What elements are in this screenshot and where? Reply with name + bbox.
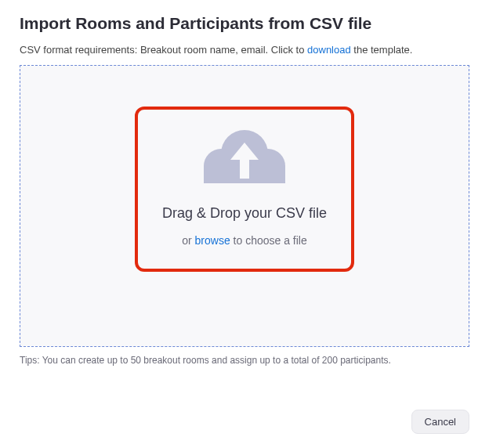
format-requirements-text: CSV format requirements: Breakout room n… xyxy=(20,44,469,56)
subtitle-suffix: the template. xyxy=(351,44,413,56)
import-csv-dialog: Import Rooms and Participants from CSV f… xyxy=(0,0,489,375)
subtitle-prefix: CSV format requirements: Breakout room n… xyxy=(20,44,307,56)
cancel-button[interactable]: Cancel xyxy=(411,410,469,434)
dropzone-highlight: Drag & Drop your CSV file or browse to c… xyxy=(135,107,354,272)
page-title: Import Rooms and Participants from CSV f… xyxy=(20,14,469,33)
tips-text: Tips: You can create up to 50 breakout r… xyxy=(20,355,469,366)
csv-dropzone[interactable]: Drag & Drop your CSV file or browse to c… xyxy=(20,65,469,347)
dropzone-sub-prefix: or xyxy=(182,234,194,247)
dialog-footer: Cancel xyxy=(411,410,469,434)
download-template-link[interactable]: download xyxy=(307,44,351,56)
dropzone-subtext: or browse to choose a file xyxy=(182,234,307,247)
dropzone-sub-suffix: to choose a file xyxy=(230,234,307,247)
browse-link[interactable]: browse xyxy=(195,234,230,247)
dropzone-heading: Drag & Drop your CSV file xyxy=(162,205,327,222)
cloud-upload-icon xyxy=(197,122,292,190)
